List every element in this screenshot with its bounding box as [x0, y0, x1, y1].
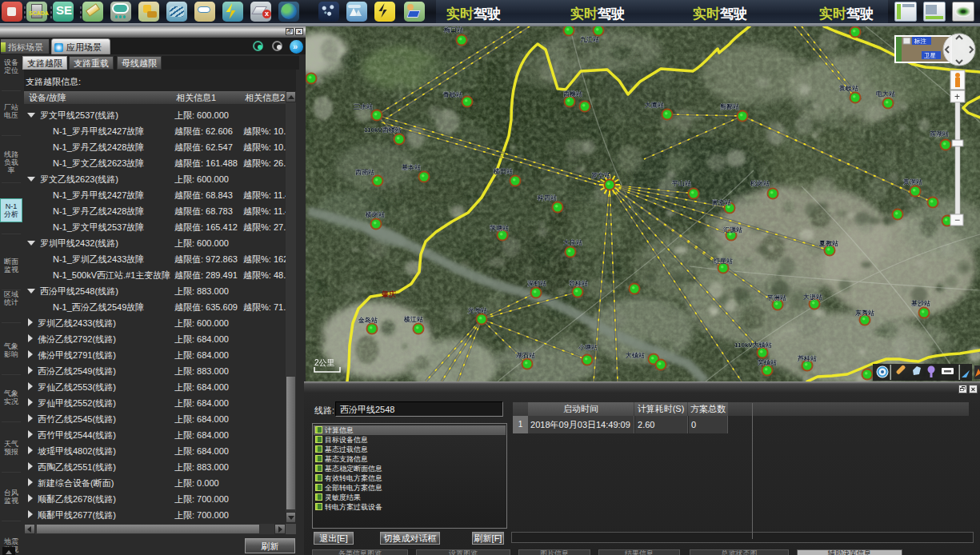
svg-text:大镇站: 大镇站: [626, 352, 645, 359]
svg-text:科四站: 科四站: [537, 194, 557, 202]
svg-text:汇源站: 汇源站: [722, 226, 742, 234]
svg-text:松岗站: 松岗站: [750, 180, 770, 187]
svg-text:容桂站: 容桂站: [569, 279, 588, 287]
svg-text:平山站: 平山站: [671, 180, 691, 187]
svg-text:小塘站: 小塘站: [578, 343, 598, 351]
svg-text:2公里: 2公里: [314, 358, 335, 367]
svg-text:夏教站: 夏教站: [818, 240, 838, 247]
svg-text:东秀站: 东秀站: [854, 309, 874, 317]
svg-text:横田站: 横田站: [493, 168, 513, 175]
svg-text:横岗站: 横岗站: [365, 211, 385, 218]
svg-text:九江站: 九江站: [579, 36, 599, 43]
svg-text:三水站: 三水站: [354, 103, 373, 110]
svg-text:+: +: [954, 91, 960, 102]
svg-text:茶湖站: 茶湖站: [929, 130, 949, 138]
svg-text:梅口站: 梅口站: [443, 26, 463, 34]
svg-text:青岐站: 青岐站: [442, 91, 462, 98]
svg-text:红星站: 红星站: [713, 258, 733, 265]
svg-text:平洲站: 平洲站: [766, 294, 786, 301]
svg-text:−: −: [954, 214, 960, 226]
svg-text:芦桂站: 芦桂站: [797, 355, 817, 362]
svg-text:光华站: 光华站: [467, 307, 487, 314]
svg-text:黄洞站: 黄洞站: [902, 178, 922, 186]
svg-text:基本站: 基本站: [401, 164, 421, 171]
svg-text:萍塘站: 萍塘站: [489, 224, 509, 232]
svg-text:黄岐站: 黄岐站: [838, 85, 858, 92]
svg-text:肇庆: 肇庆: [381, 290, 396, 298]
svg-text:基沙站: 基沙站: [910, 300, 930, 307]
svg-text:西南站: 西南站: [355, 169, 374, 176]
svg-text:电大站: 电大站: [876, 90, 895, 98]
svg-text:横江站: 横江站: [403, 316, 423, 323]
svg-text:湖石站: 湖石站: [515, 352, 535, 359]
svg-text:深村站: 深村站: [527, 280, 546, 287]
svg-text:大沥站: 大沥站: [803, 293, 822, 301]
svg-text:卫星: 卫星: [924, 52, 937, 59]
svg-text:富安站: 富安站: [712, 198, 731, 206]
svg-text:熊鄱站: 熊鄱站: [720, 103, 739, 110]
svg-text:罗文站: 罗文站: [591, 172, 610, 179]
svg-text:标注: 标注: [914, 38, 927, 45]
svg-text:大良站: 大良站: [563, 238, 582, 246]
svg-text:西樵站: 西樵站: [563, 90, 582, 98]
svg-text:110kV西楼站: 110kV西楼站: [364, 126, 402, 134]
svg-text:荣镇站: 荣镇站: [757, 359, 777, 366]
svg-text:大圃站: 大圃站: [645, 102, 664, 109]
svg-text:金岛站: 金岛站: [358, 317, 378, 324]
svg-text:110kV大镇站: 110kV大镇站: [734, 341, 772, 349]
